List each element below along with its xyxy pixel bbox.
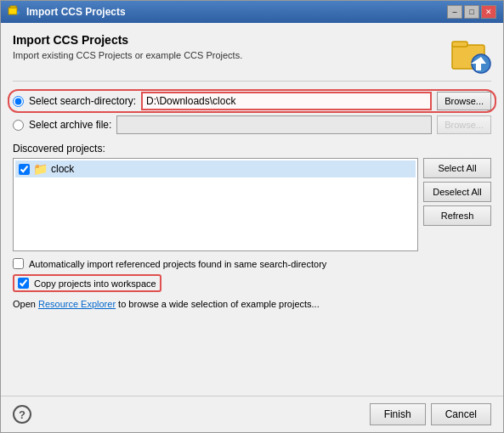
help-label: ? [19,408,25,421]
discovered-label: Discovered projects: [13,143,491,155]
help-button[interactable]: ? [13,405,31,424]
resource-prefix: Open [13,299,38,309]
finish-button[interactable]: Finish [370,403,426,425]
resource-explorer-link[interactable]: Resource Explorer [38,299,116,309]
project-checkbox[interactable] [19,164,30,175]
import-ccs-dialog: Import CCS Projects – □ ✕ Import CCS Pro… [0,0,504,433]
auto-import-checkbox[interactable] [13,258,24,269]
copy-projects-checkbox[interactable] [18,278,29,289]
search-directory-input[interactable]: D:\Downloads\clock [141,92,432,110]
title-bar: Import CCS Projects – □ ✕ [1,1,503,23]
project-list: 📁 clock [13,158,418,251]
auto-import-row: Automatically import referenced projects… [13,258,491,269]
archive-file-radio[interactable] [13,120,24,131]
svg-rect-4 [452,42,467,47]
select-all-button[interactable]: Select All [423,158,491,178]
dialog-body: Import CCS Projects Import existing CCS … [1,23,503,396]
svg-marker-2 [17,10,20,15]
resource-suffix: to browse a wide selection of example pr… [116,299,320,309]
minimize-button[interactable]: – [447,5,462,19]
search-directory-radio[interactable] [13,96,24,107]
auto-import-label: Automatically import referenced projects… [29,259,326,269]
footer: ? Finish Cancel [1,396,503,432]
dialog-icon [8,5,21,19]
title-bar-title: Import CCS Projects [26,6,126,18]
archive-file-row: Select archive file: Browse... [13,115,491,134]
cancel-button[interactable]: Cancel [431,403,491,425]
close-button[interactable]: ✕ [481,5,496,19]
title-bar-left: Import CCS Projects [8,5,126,19]
footer-buttons: Finish Cancel [370,403,491,425]
svg-rect-0 [8,8,17,14]
header-section: Import CCS Projects Import existing CCS … [13,33,491,82]
folder-icon: 📁 [33,162,48,176]
deselect-all-button[interactable]: Deselect All [423,182,491,202]
dialog-title: Import CCS Projects [13,33,242,47]
table-row: 📁 clock [15,160,416,177]
form-section: Select search-directory: D:\Downloads\cl… [13,92,491,134]
copy-projects-label: Copy projects into workspace [34,278,156,289]
dialog-description: Import existing CCS Projects or example … [13,50,242,60]
search-directory-label: Select search-directory: [29,95,136,107]
header-text: Import CCS Projects Import existing CCS … [13,33,242,60]
project-name: clock [51,163,74,175]
search-directory-row: Select search-directory: D:\Downloads\cl… [13,92,491,110]
list-buttons: Select All Deselect All Refresh [423,158,491,251]
title-bar-controls: – □ ✕ [447,5,496,19]
copy-projects-row: Copy projects into workspace [13,274,161,292]
refresh-button[interactable]: Refresh [423,205,491,226]
options-section: Automatically import referenced projects… [13,258,491,292]
archive-file-browse-button[interactable]: Browse... [437,115,491,134]
search-directory-browse-button[interactable]: Browse... [437,92,491,110]
archive-file-input[interactable] [116,115,432,134]
svg-rect-1 [10,6,16,8]
discovered-content: 📁 clock Select All Deselect All Refresh [13,158,491,251]
header-icon [450,33,491,74]
maximize-button[interactable]: □ [464,5,479,19]
resource-section: Open Resource Explorer to browse a wide … [13,299,491,309]
archive-file-label: Select archive file: [29,119,111,131]
discovered-section: Discovered projects: 📁 clock Select All … [13,143,491,251]
